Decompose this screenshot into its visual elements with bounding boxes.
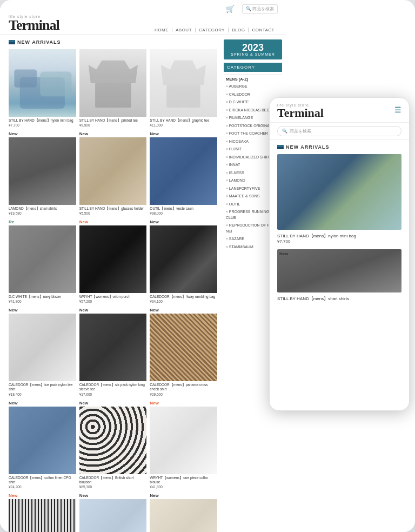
products-grid-row5: New WRYHТ【womens】string waist trouser ¥4…: [9, 493, 217, 532]
mobile-logo[interactable]: Terminal: [277, 107, 324, 119]
product-name: CALEDOOR【mens】British short blouson: [79, 476, 147, 485]
product-name: STILL BY HAND【mens】glasses holder: [79, 207, 147, 211]
svg-rect-4: [166, 85, 200, 108]
top-products-grid: STILL BY HAND【mens】nylon mini bag ¥7,700: [9, 49, 217, 127]
new-arrivals-title: NEW ARRIVALS: [17, 39, 61, 45]
product-card[interactable]: New CALEDOOR【mens】panama cross check shi…: [150, 308, 217, 396]
product-image: [79, 499, 147, 532]
product-card[interactable]: STILL BY HAND【mens】nylon mini bag ¥7,700: [9, 49, 76, 127]
flag-icon: [9, 40, 15, 44]
mobile-search-box[interactable]: 🔍 商品を検索: [277, 126, 401, 136]
product-card[interactable]: STILL BY HAND【mens】printed tee ¥9,900: [79, 49, 147, 127]
product-name: LAMOND【mens】shari shirts: [9, 207, 76, 211]
product-price: ¥5,500: [79, 211, 147, 215]
hamburger-icon[interactable]: ☰: [394, 105, 401, 114]
mobile-header: life style store Terminal ☰: [270, 98, 409, 123]
product-card[interactable]: New STILL BY HAND【mens】open collar pullo…: [150, 493, 217, 532]
product-image: [150, 407, 217, 474]
product-name: D.C WHITE【mens】navy blazer: [9, 295, 76, 299]
mobile-product-image-1: [277, 154, 401, 230]
svg-rect-1: [14, 69, 37, 87]
search-box[interactable]: 🔍 商品を検索: [242, 4, 278, 14]
product-card[interactable]: Re D.C WHITE【mens】navy blazer ¥41,800: [9, 220, 76, 303]
product-price: ¥98,000: [150, 211, 217, 215]
site-logo[interactable]: Terminal: [9, 18, 59, 32]
header-top-controls: 🛒 🔍 商品を検索: [9, 4, 278, 14]
sidebar-item[interactable]: AUBERGE: [224, 83, 282, 91]
product-image: [9, 314, 76, 381]
product-image: [150, 49, 217, 117]
product-card[interactable]: New STILL BY HAND【mens】glasses holder ¥5…: [79, 131, 147, 215]
mobile-new-arrivals-banner: NEW ARRIVALS: [277, 144, 401, 150]
product-name: CALEDOOR【mens】ice pack nylon tee shirt: [9, 383, 76, 392]
nav-category[interactable]: CATEGORY: [196, 28, 229, 32]
product-card[interactable]: New WRYHТ【womens】one piece collar blouse…: [150, 401, 217, 489]
svg-rect-3: [95, 83, 131, 108]
mobile-flag-icon: [277, 145, 284, 149]
product-card[interactable]: New WRYHТ【womens】orion porch ¥57,200: [79, 220, 147, 303]
product-image: [9, 225, 76, 293]
product-badge: New: [9, 401, 76, 405]
desktop-site: 🛒 🔍 商品を検索 life style store Terminal HOME…: [0, 0, 286, 532]
product-price: ¥57,200: [79, 300, 147, 303]
mobile-product-badge: New: [279, 251, 288, 256]
product-price: ¥17,600: [79, 393, 147, 396]
main-nav: HOME ABOUT CATEGORY BLOG CONTACT: [151, 28, 278, 32]
desktop-header: 🛒 🔍 商品を検索 life style store Terminal HOME…: [0, 0, 286, 35]
product-card[interactable]: STILL BY HAND【mens】graphic tee ¥11,000: [150, 49, 217, 127]
product-card[interactable]: New OUTIL【mens】veste caen ¥98,000: [150, 131, 217, 215]
product-price: ¥11,000: [150, 123, 217, 127]
mobile-product-2[interactable]: New STILL BY HAND【mens】shari shirts: [277, 249, 401, 302]
nav-about[interactable]: ABOUT: [172, 28, 196, 32]
nav-blog[interactable]: BLOG: [229, 28, 249, 32]
product-name: STILL BY HAND【mens】nylon mini bag: [9, 118, 76, 123]
nav-contact[interactable]: CONTACT: [249, 28, 278, 32]
product-image: [79, 314, 147, 381]
products-grid-row3: New CALEDOOR【mens】ice pack nylon tee shi…: [9, 308, 217, 396]
product-card[interactable]: New CALEDOOR【mens】cotton linen CPO shirt…: [9, 401, 76, 489]
products-grid-row1: New LAMOND【mens】shari shirts ¥19,580 New…: [9, 131, 217, 215]
product-badge: New: [79, 493, 147, 498]
product-image: [9, 499, 76, 532]
mobile-product-name-1: STILL BY HAND【mens】nylon mini bag: [277, 233, 401, 239]
product-name: CALEDOOR【mens】cotton linen CPO shirt: [9, 476, 76, 485]
product-card[interactable]: New CALEDOOR【mens】ice pack nylon tee shi…: [9, 308, 76, 396]
product-name: CALEDOOR【mens】panama cross check shirt: [150, 383, 217, 392]
product-name: WRYHТ【womens】one piece collar blouse: [150, 476, 217, 485]
nav-home[interactable]: HOME: [151, 28, 172, 32]
product-image-inner: [9, 49, 76, 117]
product-price: ¥34,100: [150, 300, 217, 303]
product-image-inner: [150, 49, 217, 117]
mobile-content[interactable]: NEW ARRIVALS STILL BY HAND【mens】nylon mi…: [270, 140, 409, 405]
mobile-product-image-2: New: [277, 249, 401, 292]
product-card[interactable]: New CALEDOOR【mens】4way rambling bag ¥34,…: [150, 220, 217, 303]
product-name: CALEDOOR【mens】4way rambling bag: [150, 295, 217, 299]
product-card[interactable]: New OUTIL【unisex】tricot aast short sleev…: [79, 493, 147, 532]
product-price: ¥7,700: [9, 123, 76, 127]
product-price: ¥19,580: [9, 211, 76, 215]
product-badge: New: [150, 131, 217, 136]
products-grid-row4: New CALEDOOR【mens】cotton linen CPO shirt…: [9, 401, 217, 489]
sidebar-year: 2023: [226, 43, 280, 52]
product-card[interactable]: New CALEDOOR【mens】six pack nylon long sl…: [79, 308, 147, 396]
product-badge: New: [9, 131, 76, 136]
product-badge: New: [9, 493, 76, 498]
product-image: [150, 137, 217, 205]
product-badge: New: [150, 401, 217, 405]
product-badge: New: [79, 131, 147, 136]
sidebar-item[interactable]: CALEDOOR: [224, 91, 282, 99]
cart-icon[interactable]: 🛒: [226, 5, 235, 13]
product-card[interactable]: New LAMOND【mens】shari shirts ¥19,580: [9, 131, 76, 215]
product-card[interactable]: New WRYHТ【womens】string waist trouser ¥4…: [9, 493, 76, 532]
product-card[interactable]: New CALEDOOR【mens】British short blouson …: [79, 401, 147, 489]
new-arrivals-banner: NEW ARRIVALS: [9, 39, 217, 45]
product-badge: New: [9, 308, 76, 312]
desktop-main: NEW ARRIVALS: [0, 35, 286, 532]
product-badge: New: [150, 308, 217, 312]
product-image: [9, 407, 76, 474]
mobile-search-placeholder: 商品を検索: [290, 128, 311, 134]
mobile-brand: life style store Terminal: [277, 103, 324, 119]
product-price: ¥18,400: [9, 393, 76, 396]
mobile-product-1[interactable]: STILL BY HAND【mens】nylon mini bag ¥7,700: [277, 154, 401, 244]
search-icon: 🔍: [282, 129, 287, 134]
